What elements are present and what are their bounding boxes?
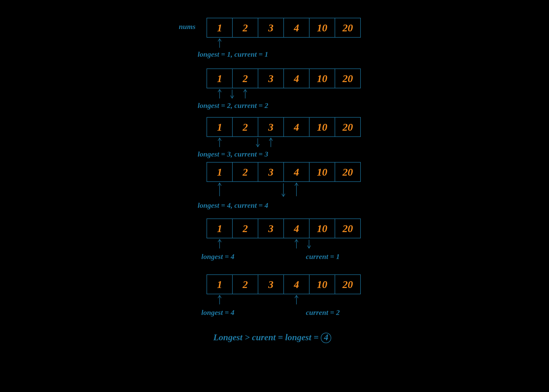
array-cell: 4 <box>283 117 310 137</box>
array-row-1: 12341020 <box>207 68 361 88</box>
array-cell: 2 <box>232 117 258 137</box>
array-cell: 1 <box>207 162 233 182</box>
caption-left-1: longest = 2, current = 2 <box>198 101 268 110</box>
array-cell: 4 <box>283 274 310 294</box>
array-cell: 3 <box>258 274 284 294</box>
svg-line-37 <box>307 246 309 248</box>
svg-line-40 <box>218 295 220 298</box>
svg-line-43 <box>295 295 296 298</box>
svg-line-11 <box>245 89 247 92</box>
svg-line-8 <box>232 96 234 98</box>
array-row-0: 12341020 <box>207 18 361 38</box>
caption-right-5: current = 2 <box>306 308 340 317</box>
array-row-3: 12341020 <box>207 162 361 182</box>
array-cell: 2 <box>232 68 258 88</box>
array-cell: 4 <box>283 18 310 38</box>
array-cell: 20 <box>335 18 361 38</box>
svg-line-25 <box>282 194 283 197</box>
array-row-4: 12341020 <box>207 218 361 238</box>
svg-line-26 <box>283 194 285 197</box>
conclusion-line: Longest > curent = longest = 4 <box>213 332 331 343</box>
array-cell: 10 <box>309 18 335 38</box>
svg-line-17 <box>258 144 259 147</box>
svg-line-44 <box>296 295 298 298</box>
array-cell: 3 <box>258 117 284 137</box>
caption-right-4: current = 1 <box>306 252 340 261</box>
svg-line-1 <box>218 39 220 41</box>
array-cell: 3 <box>258 218 284 238</box>
array-cell: 1 <box>207 18 233 38</box>
array-cell: 2 <box>232 274 258 294</box>
svg-line-4 <box>218 89 220 92</box>
svg-line-13 <box>218 138 220 141</box>
array-row-5: 12341020 <box>207 274 361 294</box>
array-cell: 10 <box>309 162 335 182</box>
nums-label: nums <box>179 22 196 31</box>
caption-left-2: longest = 3, current = 3 <box>198 150 268 158</box>
svg-line-2 <box>220 39 221 41</box>
array-cell: 4 <box>283 68 310 88</box>
array-cell: 20 <box>335 117 361 137</box>
svg-line-7 <box>231 96 232 98</box>
svg-line-23 <box>220 183 221 186</box>
svg-line-10 <box>244 89 245 92</box>
caption-left-3: longest = 4, current = 4 <box>198 201 268 210</box>
array-cell: 20 <box>335 68 361 88</box>
array-cell: 10 <box>309 274 335 294</box>
svg-line-41 <box>220 295 221 298</box>
svg-line-14 <box>220 138 221 141</box>
array-cell: 3 <box>258 68 284 88</box>
array-cell: 2 <box>232 162 258 182</box>
caption-left-4: longest = 4 <box>201 252 234 261</box>
conclusion-value: 4 <box>321 333 331 343</box>
svg-line-29 <box>296 183 298 186</box>
array-cell: 1 <box>207 68 233 88</box>
svg-line-20 <box>271 138 272 141</box>
array-cell: 1 <box>207 117 233 137</box>
array-cell: 1 <box>207 274 233 294</box>
array-cell: 3 <box>258 162 284 182</box>
array-cell: 2 <box>232 18 258 38</box>
svg-line-31 <box>218 239 220 242</box>
svg-line-38 <box>309 246 311 248</box>
array-cell: 2 <box>232 218 258 238</box>
array-cell: 10 <box>309 218 335 238</box>
array-cell: 1 <box>207 218 233 238</box>
array-cell: 20 <box>335 218 361 238</box>
array-cell: 20 <box>335 274 361 294</box>
conclusion-text: Longest > curent = longest = <box>213 332 321 342</box>
svg-line-19 <box>269 138 271 141</box>
array-cell: 4 <box>283 218 310 238</box>
caption-left-5: longest = 4 <box>201 308 234 317</box>
array-row-2: 12341020 <box>207 117 361 137</box>
array-cell: 3 <box>258 18 284 38</box>
array-cell: 4 <box>283 162 310 182</box>
svg-line-5 <box>220 89 221 92</box>
svg-line-35 <box>296 239 298 242</box>
svg-line-34 <box>295 239 296 242</box>
array-cell: 10 <box>309 68 335 88</box>
svg-line-16 <box>256 144 258 147</box>
svg-line-22 <box>218 183 220 186</box>
caption-left-0: longest = 1, current = 1 <box>198 50 268 59</box>
array-cell: 20 <box>335 162 361 182</box>
svg-line-28 <box>295 183 296 186</box>
diagram-stage: { "title_label": "nums", "array_values":… <box>0 0 549 392</box>
array-cell: 10 <box>309 117 335 137</box>
svg-line-32 <box>220 239 221 242</box>
